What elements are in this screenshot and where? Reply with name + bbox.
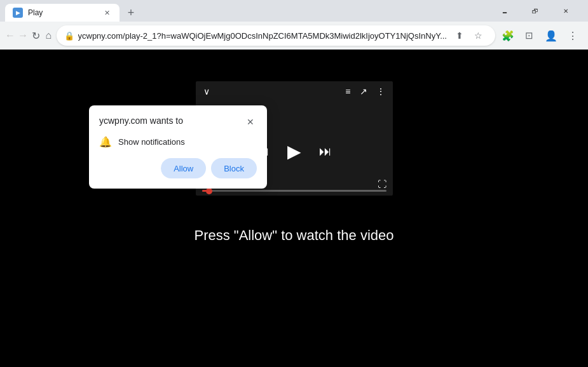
bell-icon: 🔔 (99, 136, 112, 148)
title-bar: ▶ Play ✕ + 🗕 🗗 ✕ (0, 0, 588, 22)
popup-notification-row: 🔔 Show notifications (99, 136, 257, 148)
forward-button[interactable]: → (18, 25, 28, 46)
reload-button[interactable]: ↻ (31, 25, 41, 46)
lock-icon: 🔒 (64, 31, 74, 41)
window-close-button[interactable]: ✕ (551, 1, 580, 21)
video-more-icon[interactable]: ⋮ (376, 86, 385, 97)
address-bar[interactable]: 🔒 ycwpny.com/play-2_1?h=waWQiOjEwMjg0ODc… (57, 25, 495, 46)
progress-dot (206, 188, 212, 194)
notification-popup: ycwpny.com wants to ✕ 🔔 Show notificatio… (89, 105, 267, 189)
window-controls: 🗕 🗗 ✕ (490, 1, 583, 21)
video-top-bar: ∨ ≡ ↗ ⋮ (196, 81, 393, 102)
tab-favicon: ▶ (13, 8, 23, 18)
popup-title: ycwpny.com wants to (99, 116, 183, 126)
prompt-text: Press "Allow" to watch the video (195, 227, 394, 244)
share-button[interactable]: ⬆ (451, 27, 468, 44)
address-text: ycwpny.com/play-2_1?h=waWQiOjEwMjg0ODcsI… (78, 31, 447, 41)
video-share-icon[interactable]: ↗ (360, 86, 367, 97)
next-track-button[interactable]: ⏭ (319, 144, 332, 159)
block-button[interactable]: Block (211, 158, 257, 178)
maximize-button[interactable]: 🗗 (521, 1, 550, 21)
home-button[interactable]: ⌂ (43, 25, 53, 46)
new-tab-button[interactable]: + (122, 4, 140, 22)
menu-button[interactable]: ⋮ (563, 25, 583, 46)
allow-button[interactable]: Allow (161, 158, 206, 178)
fullscreen-button[interactable]: ⛶ (378, 179, 386, 189)
active-tab[interactable]: ▶ Play ✕ (5, 4, 120, 22)
tab-title: Play (28, 8, 97, 17)
address-actions: ⬆ ☆ (451, 27, 488, 44)
minimize-button[interactable]: 🗕 (490, 1, 519, 21)
popup-header: ycwpny.com wants to ✕ (99, 116, 257, 128)
sidebar-button[interactable]: ⊡ (519, 25, 540, 46)
browser-body: ∨ ≡ ↗ ⋮ ⏮ ▶ ⏭ ⛶ (0, 50, 588, 367)
profile-button[interactable]: 👤 (541, 25, 561, 46)
video-collapse-button[interactable]: ∨ (203, 86, 210, 97)
tab-close-button[interactable]: ✕ (102, 8, 112, 18)
video-queue-icon[interactable]: ≡ (345, 86, 350, 97)
toolbar-right: 🧩 ⊡ 👤 ⋮ (498, 25, 583, 46)
video-top-right-controls: ≡ ↗ ⋮ (345, 86, 385, 97)
tabs-area: ▶ Play ✕ + (5, 0, 490, 22)
progress-bar[interactable] (202, 190, 386, 192)
popup-close-button[interactable]: ✕ (244, 116, 257, 128)
popup-actions: Allow Block (99, 158, 257, 178)
bookmark-button[interactable]: ☆ (470, 27, 488, 44)
popup-notification-text: Show notifications (118, 137, 185, 147)
play-button[interactable]: ▶ (287, 141, 301, 162)
page-content: ∨ ≡ ↗ ⋮ ⏮ ▶ ⏭ ⛶ (0, 50, 588, 367)
toolbar: ← → ↻ ⌂ 🔒 ycwpny.com/play-2_1?h=waWQiOjE… (0, 22, 588, 50)
back-button[interactable]: ← (5, 25, 15, 46)
extensions-button[interactable]: 🧩 (498, 25, 518, 46)
